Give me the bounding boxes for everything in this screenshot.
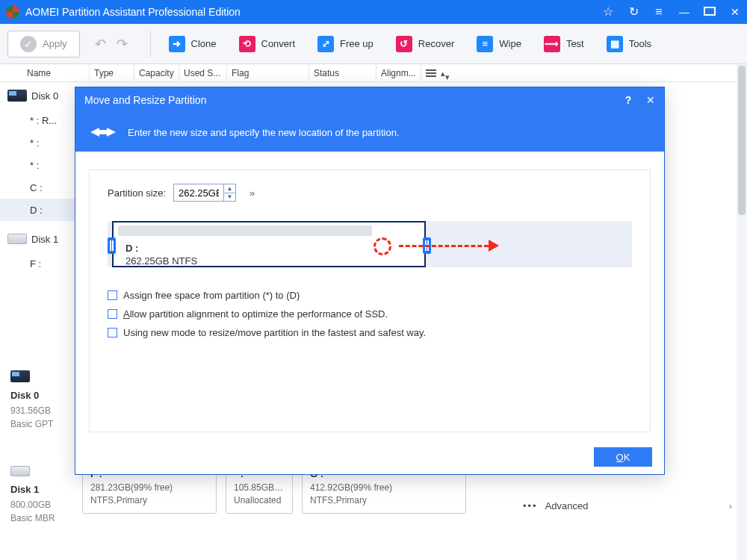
tool-convert[interactable]: ⟲Convert xyxy=(239,36,296,52)
tool-clone[interactable]: ➜Clone xyxy=(169,36,217,52)
favorite-icon[interactable] xyxy=(602,6,614,18)
ellipsis-icon: ••• xyxy=(523,500,538,511)
partition-size-input-wrap: ▲ ▼ xyxy=(173,184,236,202)
tool-recover[interactable]: ↺Recover xyxy=(396,36,454,52)
disk-icon xyxy=(10,466,30,476)
apply-button[interactable]: ✓ Apply xyxy=(7,31,80,57)
col-name[interactable]: Name xyxy=(22,64,90,81)
col-type[interactable]: Type xyxy=(90,64,134,81)
resize-handle-left[interactable] xyxy=(108,237,116,254)
tool-test[interactable]: ⟿Test xyxy=(544,36,584,52)
advanced-label: Advanced xyxy=(545,500,589,511)
separator xyxy=(150,31,151,57)
col-status[interactable]: Status xyxy=(309,64,376,81)
partition-row[interactable]: * : xyxy=(0,154,75,176)
ok-underline: O xyxy=(616,452,624,463)
partition-row[interactable]: * : R... xyxy=(0,109,75,131)
segment-fs: Unallocated xyxy=(234,495,285,505)
used-space-bar xyxy=(118,225,372,236)
expand-icon[interactable] xyxy=(249,187,253,199)
spinner-down[interactable]: ▼ xyxy=(224,193,235,202)
dialog-subheader: Enter the new size and specify the new l… xyxy=(75,113,664,152)
partition-row[interactable]: C : xyxy=(0,176,75,199)
toolbar: ✓ Apply ↶ ↷ ➜Clone ⟲Convert ⤢Free up ↺Re… xyxy=(0,24,747,64)
col-alignment[interactable]: Alignm... xyxy=(376,64,421,81)
disk-row-disk0[interactable]: Disk 0 xyxy=(0,82,75,109)
list-view-icon[interactable] xyxy=(426,69,436,77)
checkbox-icon[interactable] xyxy=(108,290,117,300)
disk-row-disk1[interactable]: Disk 1 xyxy=(0,225,75,252)
checkbox-icon[interactable] xyxy=(108,328,117,337)
segment-size: 281.23GB(99% free) xyxy=(90,482,208,493)
checkbox-label: Assign free space from partition (*) to … xyxy=(123,290,300,301)
tool-group: ➜Clone ⟲Convert ⤢Free up ↺Recover ≡Wipe … xyxy=(169,36,652,52)
tool-label: Free up xyxy=(340,38,374,49)
ok-rest: K xyxy=(624,452,630,463)
recover-icon: ↺ xyxy=(396,36,412,52)
diskmap-type: Basic GPT xyxy=(10,417,72,431)
help-button[interactable] xyxy=(621,93,636,108)
partition-row[interactable]: * : xyxy=(0,131,75,154)
wipe-icon: ≡ xyxy=(477,36,493,52)
diskmap-label: Disk 1 800.00GB Basic MBR xyxy=(7,461,75,550)
segment-size: 412.92GB(99% free) xyxy=(310,482,458,493)
partition-bar: D : 262.25GB NTFS xyxy=(108,221,632,273)
diskmap-type: Basic MBR xyxy=(10,511,72,525)
column-headers: Name Type Capacity Used S... Flag Status… xyxy=(0,64,747,82)
check-icon: ✓ xyxy=(20,36,37,52)
dialog-close-button[interactable] xyxy=(646,94,655,106)
minimize-button[interactable] xyxy=(678,6,690,18)
app-title: AOMEI Partition Assistant Professional E… xyxy=(25,6,602,18)
diskmap-name: Disk 0 xyxy=(10,390,72,401)
segment-size: 105.85GB(10... xyxy=(234,482,285,493)
convert-icon: ⟲ xyxy=(239,36,255,52)
sort-icon[interactable] xyxy=(441,68,450,78)
disk-icon xyxy=(7,90,27,102)
dialog-body: Partition size: ▲ ▼ D : 262.25GB NTFS xyxy=(89,169,651,432)
checkbox-label: Allow partition alignment to optimize th… xyxy=(123,308,388,320)
clone-icon: ➜ xyxy=(169,36,185,52)
tool-wipe[interactable]: ≡Wipe xyxy=(477,36,521,52)
app-logo xyxy=(6,5,19,19)
partition-row[interactable]: F : xyxy=(0,252,75,275)
freeup-icon: ⤢ xyxy=(317,36,334,52)
ok-button[interactable]: OK xyxy=(594,447,652,467)
window-controls xyxy=(602,6,741,18)
partition-size-row: Partition size: ▲ ▼ xyxy=(108,184,632,202)
checkbox-allow-alignment[interactable]: Allow partition alignment to optimize th… xyxy=(108,308,632,320)
checkbox-icon[interactable] xyxy=(108,309,117,319)
tool-label: Wipe xyxy=(499,38,521,49)
scrollbar-thumb[interactable] xyxy=(738,66,746,215)
col-flag[interactable]: Flag xyxy=(227,64,309,81)
checkbox-new-mode[interactable]: Using new mode to resize/move partition … xyxy=(108,327,632,338)
apply-label: Apply xyxy=(43,38,67,49)
undo-button[interactable]: ↶ xyxy=(95,36,106,52)
tools-icon: ▦ xyxy=(607,36,623,52)
segment-fs: NTFS,Primary xyxy=(90,495,208,505)
close-button[interactable] xyxy=(729,6,741,18)
col-capacity[interactable]: Capacity xyxy=(134,64,179,81)
tool-tools[interactable]: ▦Tools xyxy=(607,36,651,52)
partition-size-input[interactable] xyxy=(174,187,223,199)
diskmap-size: 800.00GB xyxy=(10,498,72,511)
redo-button[interactable]: ↷ xyxy=(117,36,128,52)
titlebar: AOMEI Partition Assistant Professional E… xyxy=(0,0,747,24)
partition-row-selected[interactable]: D : xyxy=(0,199,75,221)
tool-label: Convert xyxy=(261,38,296,49)
refresh-icon[interactable] xyxy=(627,6,639,18)
disk-name: Disk 0 xyxy=(31,90,58,102)
maximize-button[interactable] xyxy=(704,6,716,18)
menu-icon[interactable] xyxy=(653,6,665,18)
diskmap-size: 931.56GB xyxy=(10,404,72,417)
tool-label: Recover xyxy=(418,38,454,49)
tool-label: Clone xyxy=(191,38,217,49)
col-used[interactable]: Used S... xyxy=(179,64,227,81)
spinner-up[interactable]: ▲ xyxy=(224,184,235,193)
dialog-header: Move and Resize Partition xyxy=(75,87,664,113)
checkbox-assign-free-space[interactable]: Assign free space from partition (*) to … xyxy=(108,290,632,301)
checkbox-label: Using new mode to resize/move partition … xyxy=(123,327,426,338)
vertical-scrollbar[interactable] xyxy=(737,64,747,560)
partition-size-label: Partition size: xyxy=(108,187,166,199)
move-resize-dialog: Move and Resize Partition Enter the new … xyxy=(75,87,665,475)
tool-freeup[interactable]: ⤢Free up xyxy=(317,36,374,52)
